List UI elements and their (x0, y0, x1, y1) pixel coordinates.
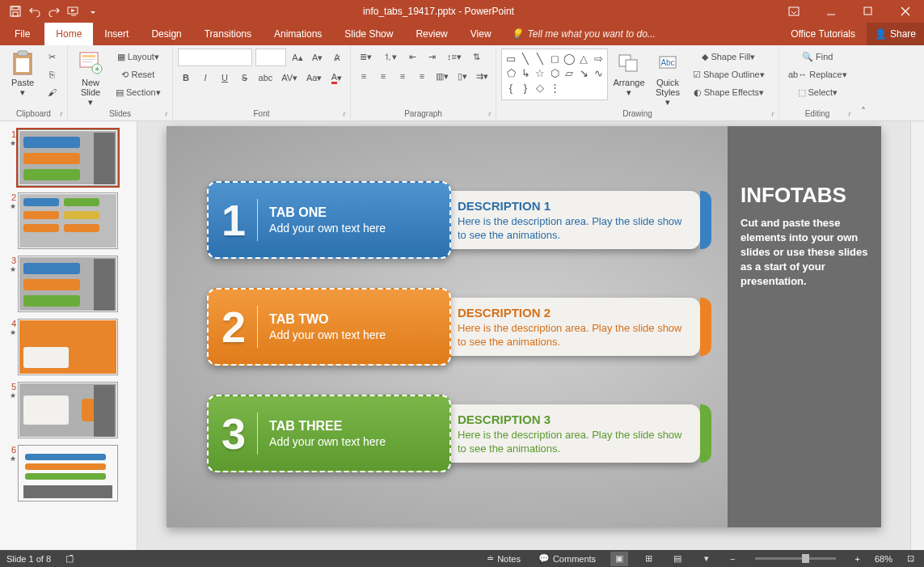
justify-icon[interactable]: ≡ (414, 68, 430, 84)
qat-dropdown-icon[interactable] (84, 2, 102, 20)
shapes-gallery[interactable]: ▭╲╲◻◯△ ⇨⬠↳☆⬡▱ ↘∿{}◇⋮ (501, 49, 608, 100)
align-left-icon[interactable]: ≡ (356, 68, 372, 84)
tab-review[interactable]: Review (404, 23, 458, 45)
tab-transitions[interactable]: Transitions (193, 23, 263, 45)
slide-side-panel[interactable]: INFOTABS Cut and paste these elements in… (728, 126, 881, 527)
fit-window-icon[interactable]: ⊡ (904, 553, 918, 564)
tab-tutorials[interactable]: Office Tutorials (779, 23, 867, 45)
zoom-slider[interactable] (755, 557, 836, 560)
columns-icon[interactable]: ▥▾ (433, 68, 451, 84)
format-painter-icon[interactable]: 🖌 (44, 84, 61, 100)
numbering-icon[interactable]: ⒈▾ (379, 49, 401, 65)
thumb-5[interactable]: 5★ (0, 379, 137, 442)
italic-icon[interactable]: I (197, 70, 213, 86)
new-slide-button[interactable]: ✶ New Slide▾ (73, 49, 108, 108)
redo-icon[interactable] (45, 2, 63, 20)
tab-home[interactable]: Home (44, 23, 93, 45)
slide-canvas[interactable]: DESCRIPTION 1Here is the description are… (167, 126, 881, 527)
comments-button[interactable]: 💬 Comments (535, 553, 599, 564)
desc-3[interactable]: DESCRIPTION 3Here is the description are… (433, 404, 700, 463)
align-text-icon[interactable]: ▯▾ (454, 68, 470, 84)
find-button[interactable]: 🔍 Find (784, 49, 851, 65)
align-center-icon[interactable]: ≡ (375, 68, 391, 84)
vertical-scrollbar[interactable] (910, 121, 924, 550)
normal-view-icon[interactable]: ▣ (610, 552, 628, 566)
minimize-icon[interactable] (812, 0, 850, 23)
align-right-icon[interactable]: ≡ (394, 68, 411, 84)
reset-button[interactable]: ⟲ Reset (112, 66, 165, 83)
slide-edit-area[interactable]: DESCRIPTION 1Here is the description are… (137, 121, 910, 550)
notes-button[interactable]: ≐ Notes (483, 553, 524, 564)
shape-effects-button[interactable]: ◐ Shape Effects ▾ (689, 84, 769, 100)
cut-icon[interactable]: ✂ (44, 49, 61, 65)
ribbon-options-icon[interactable] (775, 0, 812, 23)
undo-icon[interactable] (26, 2, 44, 20)
tab-view[interactable]: View (459, 23, 503, 45)
font-family-combo[interactable] (178, 49, 252, 66)
shape-fill-button[interactable]: ◆ Shape Fill ▾ (689, 49, 769, 65)
line-spacing-icon[interactable]: ↕≡▾ (443, 49, 466, 65)
tab-insert[interactable]: Insert (93, 23, 140, 45)
select-button[interactable]: ⬚ Select ▾ (784, 84, 851, 100)
text-direction-icon[interactable]: ⇅ (469, 49, 485, 65)
save-icon[interactable] (6, 2, 24, 20)
case-icon[interactable]: Aa▾ (304, 70, 325, 86)
tab-1[interactable]: 1TAB ONEAdd your own text here (207, 181, 451, 259)
thumbnail-pane[interactable]: 1★ 2★ 3★ 4★ 5★ 6★ (0, 121, 137, 550)
start-from-beginning-icon[interactable] (65, 2, 82, 20)
clear-format-icon[interactable]: A̷ (329, 49, 345, 66)
sorter-view-icon[interactable]: ⊞ (639, 552, 657, 566)
tab-slideshow[interactable]: Slide Show (333, 23, 404, 45)
zoom-level[interactable]: 68% (875, 554, 892, 564)
decrease-font-icon[interactable]: A▾ (309, 49, 326, 66)
slide-indicator[interactable]: Slide 1 of 8 (6, 554, 51, 564)
desc-1[interactable]: DESCRIPTION 1Here is the description are… (433, 191, 700, 249)
tab-1-sub: Add your own text here (269, 222, 386, 235)
shape-effects-label: Shape Effects (704, 87, 759, 97)
spellcheck-icon[interactable]: □̄ (62, 553, 77, 564)
replace-button[interactable]: ab↔ Replace ▾ (784, 66, 851, 83)
tab-2[interactable]: 2TAB TWOAdd your own text here (207, 288, 451, 366)
tab-file[interactable]: File (0, 23, 44, 45)
quick-styles-button[interactable]: Abc Quick Styles▾ (650, 49, 686, 108)
section-button[interactable]: ▤ Section ▾ (112, 84, 165, 100)
tab-3-sub: Add your own text here (269, 435, 386, 448)
font-size-combo[interactable] (255, 49, 285, 66)
find-label: Find (816, 52, 833, 61)
zoom-out-icon[interactable]: − (727, 554, 738, 564)
indent-left-icon[interactable]: ⇤ (404, 49, 420, 65)
close-icon[interactable] (887, 0, 924, 23)
zoom-in-icon[interactable]: + (852, 554, 863, 564)
tab-animations[interactable]: Animations (263, 23, 333, 45)
ribbon-tabs: File Home Insert Design Transitions Anim… (0, 23, 924, 45)
arrange-button[interactable]: Arrange▾ (611, 49, 647, 99)
increase-font-icon[interactable]: A▴ (289, 49, 306, 66)
maximize-icon[interactable] (850, 0, 887, 23)
bullets-icon[interactable]: ≣▾ (356, 49, 376, 65)
smartart-icon[interactable]: ⇉▾ (474, 68, 491, 84)
collapse-ribbon-icon[interactable]: ˄ (855, 45, 871, 121)
shape-outline-button[interactable]: ☑ Shape Outline ▾ (689, 66, 769, 83)
thumb-3[interactable]: 3★ (0, 252, 137, 315)
thumb-4[interactable]: 4★ (0, 315, 137, 379)
indent-right-icon[interactable]: ⇥ (424, 49, 440, 65)
thumb-2[interactable]: 2★ (0, 189, 137, 252)
thumb-1[interactable]: 1★ (0, 126, 137, 189)
tell-me-search[interactable]: 💡Tell me what you want to do... (503, 23, 664, 45)
share-button[interactable]: 👤Share (867, 23, 924, 45)
layout-button[interactable]: ▦ Layout ▾ (112, 49, 165, 65)
strike-icon[interactable]: S̶ (236, 70, 252, 86)
spacing-icon[interactable]: AV▾ (279, 70, 301, 86)
reading-view-icon[interactable]: ▤ (669, 552, 686, 566)
slideshow-view-icon[interactable]: ▾ (698, 552, 715, 566)
font-color-icon[interactable]: A▾ (328, 70, 345, 86)
tab-3[interactable]: 3TAB THREEAdd your own text here (207, 395, 451, 472)
thumb-6[interactable]: 6★ (0, 442, 137, 505)
copy-icon[interactable]: ⎘ (44, 66, 61, 83)
shadow-icon[interactable]: abc (255, 70, 276, 86)
tab-design[interactable]: Design (140, 23, 192, 45)
desc-2[interactable]: DESCRIPTION 2Here is the description are… (433, 298, 700, 356)
paste-button[interactable]: Paste▾ (5, 49, 40, 99)
underline-icon[interactable]: U (217, 70, 233, 86)
bold-icon[interactable]: B (178, 70, 194, 86)
